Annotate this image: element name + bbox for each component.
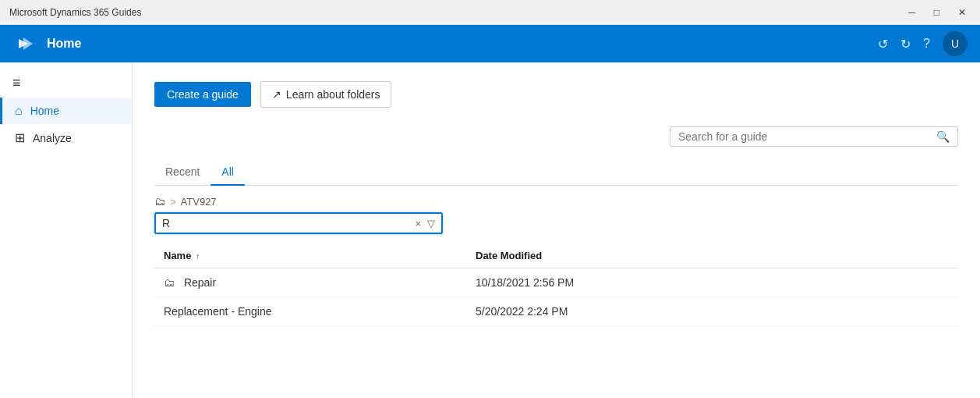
sidebar-analyze-label: Analyze — [33, 132, 72, 144]
sidebar-item-home[interactable]: ⌂ Home — [0, 98, 132, 124]
app-body: ≡ ⌂ Home ⊞ Analyze Create a guide ↗ Lear… — [0, 62, 980, 398]
filter-icon-button[interactable]: ▽ — [427, 218, 435, 229]
table-header-row: Name ↑ Date Modified — [154, 243, 958, 268]
sidebar: ≡ ⌂ Home ⊞ Analyze — [0, 62, 133, 398]
main-content: Create a guide ↗ Learn about folders 🔍 R… — [133, 62, 980, 398]
app-title: Microsoft Dynamics 365 Guides — [9, 7, 141, 18]
row-date-replacement: 5/20/2022 2:24 PM — [466, 297, 958, 326]
header-right: ↺ ↻ ? U — [878, 31, 968, 56]
app-header: Home ↺ ↻ ? U — [0, 25, 980, 62]
breadcrumb-separator: > — [170, 196, 176, 208]
redo-button[interactable]: ↻ — [900, 37, 911, 52]
search-box: 🔍 — [670, 126, 958, 147]
action-bar: Create a guide ↗ Learn about folders — [154, 81, 958, 108]
folder-row-icon: 🗂 — [164, 276, 175, 289]
sort-arrow: ↑ — [196, 251, 200, 261]
filter-input-container: × ▽ — [154, 212, 443, 234]
breadcrumb: 🗂 > ATV927 — [154, 195, 958, 208]
minimize-button[interactable]: ─ — [904, 5, 920, 20]
sidebar-menu-button[interactable]: ≡ — [0, 69, 132, 98]
analyze-icon: ⊞ — [15, 130, 25, 145]
learn-folders-label: Learn about folders — [286, 88, 380, 101]
window-controls: ─ □ ✕ — [904, 5, 971, 20]
table-row[interactable]: 🗂 Repair 10/18/2021 2:56 PM — [154, 268, 958, 297]
close-button[interactable]: ✕ — [953, 5, 971, 20]
folder-icon: 🗂 — [154, 195, 165, 208]
help-button[interactable]: ? — [923, 37, 930, 51]
col-header-date-modified[interactable]: Date Modified — [466, 243, 958, 268]
row-date-repair: 10/18/2021 2:56 PM — [466, 268, 958, 297]
tabs: Recent All — [154, 159, 958, 186]
tab-all[interactable]: All — [211, 159, 245, 186]
filter-row: × ▽ — [154, 212, 958, 234]
undo-button[interactable]: ↺ — [878, 37, 888, 52]
row-name-repair: 🗂 Repair — [154, 268, 466, 297]
search-container: 🔍 — [154, 126, 958, 147]
col-header-name[interactable]: Name ↑ — [154, 243, 466, 268]
header-left: Home — [12, 31, 81, 56]
filter-clear-button[interactable]: × — [415, 218, 421, 229]
tab-recent[interactable]: Recent — [154, 159, 211, 186]
breadcrumb-folder-name[interactable]: ATV927 — [181, 196, 217, 208]
title-bar: Microsoft Dynamics 365 Guides ─ □ ✕ — [0, 0, 980, 25]
row-name-replacement: Replacement - Engine — [154, 297, 466, 326]
search-button[interactable]: 🔍 — [936, 130, 950, 143]
create-guide-button[interactable]: Create a guide — [154, 82, 251, 107]
learn-folders-button[interactable]: ↗ Learn about folders — [260, 81, 392, 108]
maximize-button[interactable]: □ — [929, 5, 944, 20]
avatar[interactable]: U — [943, 31, 968, 56]
data-table: Name ↑ Date Modified 🗂 Repair 10/18/2021… — [154, 243, 958, 326]
search-input[interactable] — [678, 130, 936, 143]
home-icon: ⌂ — [15, 104, 23, 118]
learn-folders-icon: ↗ — [272, 88, 281, 101]
sidebar-item-analyze[interactable]: ⊞ Analyze — [0, 124, 132, 151]
filter-input[interactable] — [162, 217, 415, 229]
table-row[interactable]: Replacement - Engine 5/20/2022 2:24 PM — [154, 297, 958, 326]
filter-icons: × ▽ — [415, 218, 435, 229]
sidebar-home-label: Home — [30, 105, 59, 117]
dynamics-logo — [12, 31, 37, 56]
app-header-title: Home — [47, 37, 81, 51]
